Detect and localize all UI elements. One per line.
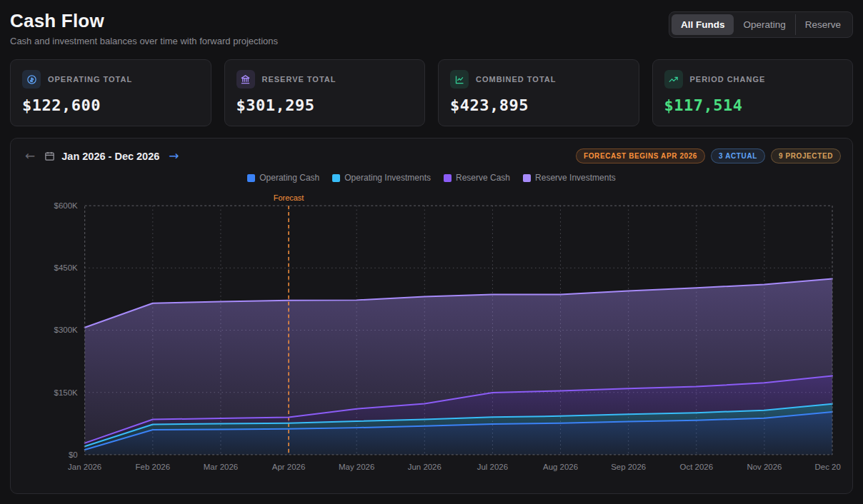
stat-card-label: PERIOD CHANGE [690,75,766,84]
forecast-begins-badge: FORECAST BEGINS APR 2026 [576,148,705,163]
stat-card-period-change: PERIOD CHANGE $117,514 [652,59,854,126]
projected-count-badge: 9 PROJECTED [771,148,841,163]
x-tick-label: Oct 2026 [680,463,713,471]
coin-icon [22,70,41,89]
x-tick-label: Feb 2026 [136,463,170,471]
cashflow-stacked-area-chart: Forecast$0$150K$300K$450K$600KJan 2026Fe… [22,184,841,483]
stat-card-header: OPERATING TOTAL [22,70,199,89]
cash-flow-page: Cash Flow Cash and investment balances o… [0,0,863,504]
actual-count-badge: 3 ACTUAL [711,148,765,163]
chart-legend: Operating Cash Operating Investments Res… [22,173,841,183]
legend-swatch [444,174,452,182]
tab-operating[interactable]: Operating [734,14,794,35]
stat-card-header: PERIOD CHANGE [664,70,842,89]
x-tick-label: Aug 2026 [543,463,578,471]
y-axis-labels: $0$150K$300K$450K$600K [54,201,78,459]
x-axis-labels: Jan 2026Feb 2026Mar 2026Apr 2026May 2026… [68,463,841,471]
bank-icon [236,70,255,89]
x-tick-label: Jan 2026 [68,463,101,471]
y-tick-label: $450K [54,263,78,272]
chart-icon [450,70,469,89]
legend-swatch [247,174,255,182]
y-tick-label: $300K [54,326,78,335]
legend-item-operating-investments: Operating Investments [332,173,431,183]
stat-card-operating-total: OPERATING TOTAL $122,600 [10,59,211,126]
y-tick-label: $600K [54,201,78,210]
period-navigation: ← Jan 2026 - Dec 2026 → [22,148,182,163]
x-tick-label: Jul 2026 [477,463,508,471]
trend-icon [664,70,683,89]
x-tick-label: Dec 2026 [815,463,841,471]
page-header: Cash Flow Cash and investment balances o… [10,10,853,46]
legend-item-reserve-cash: Reserve Cash [444,173,510,183]
x-tick-label: Nov 2026 [747,463,782,471]
x-tick-label: May 2026 [339,463,374,471]
legend-label: Operating Cash [259,173,319,183]
legend-label: Reserve Investments [535,173,616,183]
y-tick-label: $0 [69,450,78,459]
legend-item-reserve-investments: Reserve Investments [523,173,616,183]
stat-card-value: $117,514 [664,96,842,114]
funds-segmented-control: All Funds Operating Reserve [669,11,853,38]
chart-status-badges: FORECAST BEGINS APR 2026 3 ACTUAL 9 PROJ… [576,148,841,163]
chart-panel-header: ← Jan 2026 - Dec 2026 → FORECAST BEGINS … [22,148,841,163]
calendar-icon [44,151,55,161]
x-tick-label: Apr 2026 [272,463,305,471]
prev-period-button[interactable]: ← [22,148,38,163]
stat-card-header: RESERVE TOTAL [236,70,414,89]
stat-card-label: RESERVE TOTAL [262,75,336,84]
chart-panel: ← Jan 2026 - Dec 2026 → FORECAST BEGINS … [10,138,853,494]
y-tick-label: $150K [54,388,78,397]
next-period-button[interactable]: → [166,148,181,163]
legend-label: Reserve Cash [456,173,510,183]
page-title: Cash Flow [10,10,278,32]
x-tick-label: Sep 2026 [611,463,646,471]
stat-cards-row: OPERATING TOTAL $122,600 RESERVE TOTAL $… [10,59,853,126]
legend-item-operating-cash: Operating Cash [247,173,319,183]
stat-card-value: $122,600 [22,96,199,114]
stat-card-label: COMBINED TOTAL [476,75,556,84]
stat-card-reserve-total: RESERVE TOTAL $301,295 [224,59,426,126]
tab-all-funds[interactable]: All Funds [672,14,734,35]
legend-label: Operating Investments [344,173,431,183]
stat-card-value: $423,895 [450,96,627,114]
stat-card-combined-total: COMBINED TOTAL $423,895 [438,59,639,126]
forecast-divider-label: Forecast [274,193,304,202]
tab-reserve[interactable]: Reserve [795,14,850,35]
x-tick-label: Jun 2026 [408,463,442,471]
page-title-block: Cash Flow Cash and investment balances o… [10,10,278,46]
date-range-label: Jan 2026 - Dec 2026 [61,151,159,162]
chart-areas [85,278,832,454]
legend-swatch [523,174,531,182]
stat-card-header: COMBINED TOTAL [450,70,627,89]
stat-card-label: OPERATING TOTAL [48,75,132,84]
chart-svg: Forecast$0$150K$300K$450K$600KJan 2026Fe… [22,184,841,483]
stat-card-value: $301,295 [236,96,414,114]
page-subtitle: Cash and investment balances over time w… [10,36,278,46]
legend-swatch [332,174,340,182]
x-tick-label: Mar 2026 [204,463,238,471]
